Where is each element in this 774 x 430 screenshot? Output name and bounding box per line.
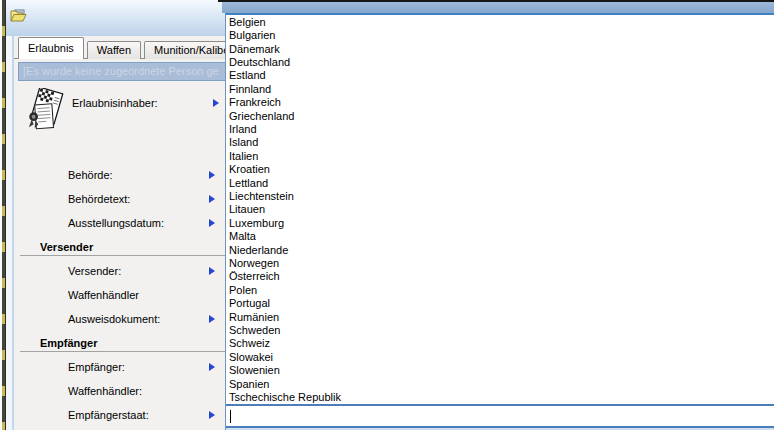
dropdown-list-item-rum-nien[interactable]: Rumänien xyxy=(226,310,774,323)
dropdown-list-item-niederlande[interactable]: Niederlande xyxy=(226,243,774,256)
background-window-caption-strip xyxy=(222,2,774,13)
dropdown-list-item-litauen[interactable]: Litauen xyxy=(226,203,774,216)
expand-arrow-icon[interactable] xyxy=(209,267,215,275)
expand-arrow-icon[interactable] xyxy=(209,219,215,227)
field-label: Empfänger: xyxy=(68,361,125,373)
expand-arrow-icon[interactable] xyxy=(209,195,215,203)
field-label: Ausstellungsdatum: xyxy=(68,217,164,229)
dropdown-list-item-spanien[interactable]: Spanien xyxy=(226,377,774,390)
dropdown-list-item-malta[interactable]: Malta xyxy=(226,230,774,243)
form-row-waffenh-ndler: Waffenhändler xyxy=(14,289,226,313)
form-row-versender: Versender: xyxy=(14,265,226,289)
dropdown-list-item-slowenien[interactable]: Slowenien xyxy=(226,364,774,377)
form-section-versender: Versender xyxy=(14,241,226,265)
dropdown-list-item-estland[interactable]: Estland xyxy=(226,69,774,82)
tab-erlaubnis[interactable]: Erlaubnis xyxy=(18,37,84,59)
dropdown-list-item-lettland[interactable]: Lettland xyxy=(226,176,774,189)
dropdown-list-item-norwegen[interactable]: Norwegen xyxy=(226,256,774,269)
dropdown-list-item-tschechische-republik[interactable]: Tschechische Republik xyxy=(226,390,774,403)
expand-arrow-icon[interactable] xyxy=(209,315,215,323)
field-label: Versender: xyxy=(68,265,121,277)
app-window: ErlaubnisWaffenMunition/KaliberAu [Es wu… xyxy=(0,0,774,430)
dropdown-list-item-griechenland[interactable]: Griechenland xyxy=(226,109,774,122)
section-label: Empfänger xyxy=(40,337,97,349)
form-row-ausstellungsdatum: Ausstellungsdatum: xyxy=(14,217,226,241)
form-row-ausweisdokument: Ausweisdokument: xyxy=(14,313,226,337)
dropdown-list-item-slowakei[interactable]: Slowakei xyxy=(226,350,774,363)
section-divider xyxy=(20,255,226,256)
section-label: Versender xyxy=(40,241,93,253)
dropdown-list-item-irland[interactable]: Irland xyxy=(226,122,774,135)
country-dropdown: BelgienBulgarienDänemarkDeutschlandEstla… xyxy=(225,13,774,430)
dropdown-list-item-schweden[interactable]: Schweden xyxy=(226,323,774,336)
dropdown-list-item-sterreich[interactable]: Österreich xyxy=(226,270,774,283)
section-divider xyxy=(20,351,226,352)
assigned-person-field[interactable]: [Es wurde keine zugeordnete Person ge xyxy=(18,62,228,81)
form-row-empf-ngerstaat: Empfängerstaat: xyxy=(14,409,226,430)
field-label: Behörde: xyxy=(68,169,113,181)
owner-field-label: Erlaubnisinhaber: xyxy=(72,97,158,109)
dropdown-list-item-frankreich[interactable]: Frankreich xyxy=(226,95,774,108)
dropdown-list-item-kroatien[interactable]: Kroatien xyxy=(226,162,774,175)
country-list[interactable]: BelgienBulgarienDänemarkDeutschlandEstla… xyxy=(226,15,774,404)
permit-document-icon xyxy=(26,88,68,134)
expand-arrow-icon[interactable] xyxy=(209,171,215,179)
assigned-person-text: [Es wurde keine zugeordnete Person ge xyxy=(23,65,219,77)
field-label: Empfängerstaat: xyxy=(68,409,149,421)
owner-expand-arrow-icon[interactable] xyxy=(213,99,219,107)
dropdown-list-item-bulgarien[interactable]: Bulgarien xyxy=(226,28,774,41)
dropdown-list-item-portugal[interactable]: Portugal xyxy=(226,297,774,310)
form-row-empf-nger: Empfänger: xyxy=(14,361,226,385)
field-label: Ausweisdokument: xyxy=(68,313,160,325)
empfaengerstaat-input[interactable] xyxy=(226,404,774,428)
text-caret xyxy=(230,410,231,423)
dropdown-list-item-finnland[interactable]: Finnland xyxy=(226,82,774,95)
dropdown-list-item-belgien[interactable]: Belgien xyxy=(226,15,774,28)
field-label: Behördetext: xyxy=(68,193,130,205)
form-section-empf-nger: Empfänger xyxy=(14,337,226,361)
open-folder-icon[interactable] xyxy=(10,8,27,23)
dropdown-list-item-luxemburg[interactable]: Luxemburg xyxy=(226,216,774,229)
form-row-beh-rde: Behörde: xyxy=(14,169,226,193)
dropdown-list-item-island[interactable]: Island xyxy=(226,136,774,149)
tab-waffen[interactable]: Waffen xyxy=(87,41,141,59)
dropdown-list-item-polen[interactable]: Polen xyxy=(226,283,774,296)
dropdown-list-item-liechtenstein[interactable]: Liechtenstein xyxy=(226,189,774,202)
form-rows: Behörde: Behördetext: Ausstellungsdatum:… xyxy=(14,169,226,430)
field-label: Waffenhändler xyxy=(68,289,139,301)
expand-arrow-icon[interactable] xyxy=(209,411,215,419)
expand-arrow-icon[interactable] xyxy=(209,363,215,371)
form-row-waffenh-ndler: Waffenhändler: xyxy=(14,385,226,409)
dropdown-list-item-schweiz[interactable]: Schweiz xyxy=(226,337,774,350)
field-label: Waffenhändler: xyxy=(68,385,142,397)
dropdown-list-item-italien[interactable]: Italien xyxy=(226,149,774,162)
dropdown-list-item-d-nemark[interactable]: Dänemark xyxy=(226,42,774,55)
dropdown-list-item-deutschland[interactable]: Deutschland xyxy=(226,55,774,68)
form-row-beh-rdetext: Behördetext: xyxy=(14,193,226,217)
